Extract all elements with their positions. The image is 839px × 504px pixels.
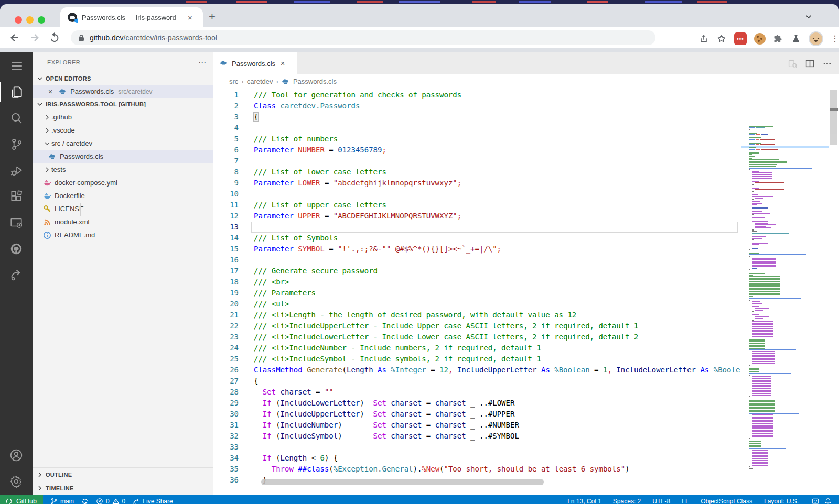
split-editor-icon[interactable] <box>805 59 814 68</box>
code-line-18: /// <br> <box>254 277 740 288</box>
chevron-right-icon <box>43 113 51 122</box>
activity-remote-explorer-icon[interactable] <box>0 210 33 236</box>
project-section-header[interactable]: IRIS-PASSWORDS-TOOL [GITHUB] <box>33 98 213 111</box>
scrollbar-thumb[interactable] <box>830 90 837 145</box>
activity-run-debug-icon[interactable] <box>0 157 33 183</box>
close-editor-icon[interactable]: × <box>48 87 52 96</box>
sidebar-title: EXPLORER <box>47 59 80 65</box>
activity-live-share-icon[interactable] <box>0 262 33 288</box>
code-line-22: /// <li>IncludeUpperLetter - Include Upp… <box>254 321 740 332</box>
activity-explorer-icon[interactable] <box>0 79 33 105</box>
cookie-icon[interactable] <box>754 33 766 45</box>
tab-close-icon[interactable]: × <box>188 13 192 22</box>
activity-source-control-icon[interactable] <box>0 131 33 157</box>
url-bar[interactable]: github.dev/caretdev/iris-passwords-tool <box>71 30 655 45</box>
code-area[interactable]: 1234567891011121314151617181920212223242… <box>213 89 839 495</box>
editor-tab-passwords[interactable]: Passwords.cls × <box>213 52 297 74</box>
status-spaces-item[interactable]: Spaces: 2 <box>613 498 641 504</box>
status-utf-8-item[interactable]: UTF-8 <box>652 498 670 504</box>
profile-avatar[interactable] <box>809 31 823 46</box>
reload-icon[interactable] <box>48 31 61 44</box>
tree-item-dockerfile[interactable]: Dockerfile <box>33 189 213 202</box>
password-manager-icon[interactable]: ••• <box>734 32 747 45</box>
remote-indicator[interactable]: GitHub <box>0 495 43 504</box>
code-line-5: /// List of numbers <box>254 134 740 145</box>
more-actions-icon[interactable] <box>823 59 832 68</box>
branch-indicator[interactable]: main <box>50 498 74 504</box>
breadcrumb-src[interactable]: src <box>229 78 238 85</box>
activity-github-icon[interactable] <box>0 236 33 262</box>
problems-indicator[interactable]: 0 0 <box>96 498 125 504</box>
warning-icon <box>112 498 120 504</box>
tree-item-tests[interactable]: tests <box>33 163 213 176</box>
share-icon[interactable] <box>698 34 709 44</box>
breadcrumb-caretdev[interactable]: caretdev <box>247 78 273 85</box>
tree-item-license[interactable]: LICENSE <box>33 202 213 215</box>
code-line-17: /// Generate secure password <box>254 266 740 277</box>
code-line-14: /// List of Symbols <box>254 233 740 244</box>
tree-item--github[interactable]: .github <box>33 111 213 124</box>
code-line-10 <box>254 189 740 200</box>
chevron-right-icon <box>43 166 51 174</box>
browser-menu-icon[interactable]: ⋮ <box>831 37 834 40</box>
open-changes-icon[interactable] <box>788 59 797 68</box>
notifications-indicator[interactable] <box>824 498 832 504</box>
line-number-gutter: 1234567891011121314151617181920212223242… <box>213 90 239 486</box>
tree-item-passwords-cls[interactable]: Passwords.cls <box>33 150 213 163</box>
horizontal-scrollbar[interactable] <box>261 479 544 485</box>
browser-toolbar: github.dev/caretdev/iris-passwords-tool … <box>0 27 839 48</box>
activity-extensions-icon[interactable] <box>0 183 33 210</box>
window-zoom-button[interactable] <box>38 16 45 24</box>
explorer-sidebar: EXPLORER ⋯ OPEN EDITORS × Passwords.cls … <box>33 52 213 495</box>
window-close-button[interactable] <box>15 16 22 24</box>
tree-item-module-xml[interactable]: module.xml <box>33 215 213 228</box>
activity-settings-icon[interactable] <box>0 468 33 495</box>
flask-icon[interactable] <box>791 34 801 44</box>
activity-account-icon[interactable] <box>0 442 33 468</box>
feedback-indicator[interactable] <box>812 498 819 504</box>
activity-menu-icon[interactable] <box>0 52 33 79</box>
open-editor-item[interactable]: × Passwords.cls src/caretdev <box>33 85 213 98</box>
chevron-right-icon <box>36 484 44 492</box>
forward-arrow-icon[interactable] <box>28 31 41 44</box>
open-editors-header[interactable]: OPEN EDITORS <box>33 72 213 85</box>
code-line-34: If (Length < 6) { <box>254 453 740 464</box>
tab-search-chevron-icon[interactable] <box>805 14 812 20</box>
status-lf-item[interactable]: LF <box>682 498 689 504</box>
tree-item-label: Passwords.cls <box>60 152 103 160</box>
status-objectscript-item[interactable]: ObjectScript Class <box>701 498 752 504</box>
status-ln-item[interactable]: Ln 13, Col 1 <box>567 498 601 504</box>
status-bar: GitHub main 0 0 Live Share Ln 13, Col <box>0 495 839 504</box>
close-icon[interactable]: × <box>281 59 285 68</box>
rss-file-icon <box>43 218 51 226</box>
sync-indicator[interactable] <box>81 498 89 504</box>
bookmark-star-icon[interactable] <box>716 34 727 44</box>
code-line-12: Parameter UPPER = "ABCDEFGHIJKLMNOPQRSTU… <box>254 211 740 222</box>
code-line-15: Parameter SYMBOL = "!'.,:;?&-"" @#$%^*()… <box>254 244 740 255</box>
explorer-more-actions-icon[interactable]: ⋯ <box>198 58 207 67</box>
tree-item-docker-compose-yml[interactable]: docker-compose.yml <box>33 176 213 189</box>
github-dev-favicon <box>68 13 77 22</box>
activity-search-icon[interactable] <box>0 105 33 131</box>
window-minimize-button[interactable] <box>26 16 34 24</box>
live-share-indicator[interactable]: Live Share <box>133 498 173 504</box>
outline-section-header[interactable]: OUTLINE <box>33 467 213 481</box>
tree-item-label: README.md <box>55 231 95 239</box>
breadcrumb-file[interactable]: Passwords.cls <box>293 78 337 85</box>
timeline-section-header[interactable]: TIMELINE <box>33 481 213 495</box>
minimap[interactable] <box>741 125 829 495</box>
puzzle-extension-icon[interactable] <box>773 34 783 44</box>
status-layout-item[interactable]: Layout: U.S. <box>764 498 799 504</box>
tree-item--vscode[interactable]: .vscode <box>33 124 213 137</box>
back-arrow-icon[interactable] <box>8 31 21 44</box>
code-line-9: Parameter LOWER = "abcdefghijklmnopqrstu… <box>254 178 740 189</box>
new-tab-button[interactable]: + <box>209 12 216 22</box>
tree-item-src-caretdev[interactable]: src / caretdev <box>33 137 213 150</box>
browser-tab-title: Passwords.cls — iris-password <box>82 14 187 21</box>
tree-item-readme-md[interactable]: README.md <box>33 228 213 242</box>
bell-icon <box>824 498 832 504</box>
breadcrumb[interactable]: src › caretdev › Passwords.cls <box>213 74 839 89</box>
git-branch-icon <box>50 498 58 504</box>
vertical-scrollbar[interactable] <box>830 89 837 495</box>
browser-tab[interactable]: Passwords.cls — iris-password × <box>60 7 203 27</box>
